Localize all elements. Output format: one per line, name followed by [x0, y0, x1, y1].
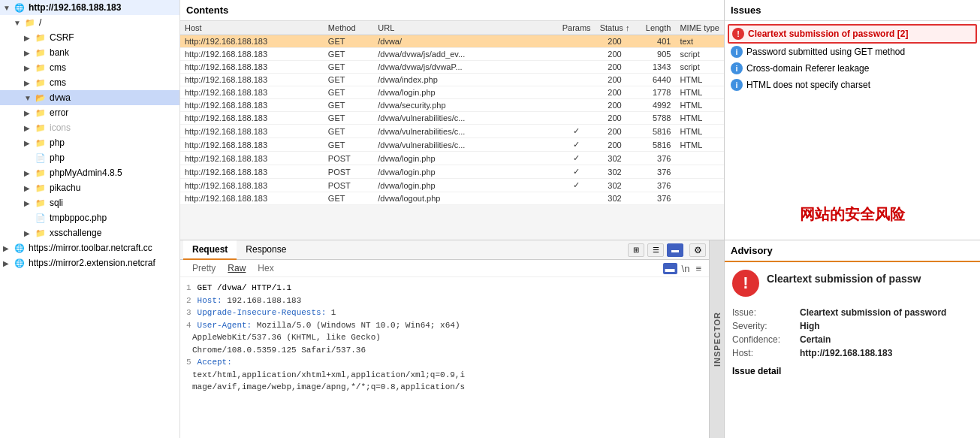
table-row[interactable]: http://192.168.188.183 GET /dvwa/securit…: [180, 99, 724, 112]
table-row[interactable]: http://192.168.188.183 POST /dvwa/login.…: [180, 179, 724, 192]
cell-mime: [675, 192, 724, 205]
contents-tbody: http://192.168.188.183 GET /dvwa/ 200 40…: [180, 35, 724, 205]
sidebar-item-bank[interactable]: ▶ 📁 bank: [0, 45, 179, 60]
sidebar-root-label: http://192.168.188.183: [29, 2, 121, 13]
sidebar-item-phpmyadmin[interactable]: ▶ 📁 phpMyAdmin4.8.5: [0, 165, 179, 180]
sidebar-item-csrf[interactable]: ▶ 📁 CSRF: [0, 30, 179, 45]
cell-length: 4992: [634, 99, 675, 112]
info-icon: i: [731, 62, 743, 74]
req-line-5: 5Accept:: [186, 356, 703, 369]
cell-length: 376: [634, 152, 675, 165]
sidebar-item-external2[interactable]: ▶ 🌐 https://mirror2.extension.netcraf: [0, 255, 179, 270]
expand-arrow: ▶: [24, 169, 35, 177]
cell-url: /dvwa/security.php: [373, 99, 557, 112]
table-row[interactable]: http://192.168.188.183 GET /dvwa/logout.…: [180, 192, 724, 205]
sidebar-item-label: https://mirror.toolbar.netcraft.cc: [29, 243, 152, 253]
settings-gear-button[interactable]: ⚙: [689, 243, 706, 257]
cell-host: http://192.168.188.183: [180, 61, 324, 74]
table-row[interactable]: http://192.168.188.183 GET /dvwa/login.p…: [180, 86, 724, 99]
expand-arrow: ▼: [3, 4, 14, 12]
sidebar-item-xsschallenge[interactable]: ▶ 📁 xsschallenge: [0, 225, 179, 240]
meta-issue-row: Issue: Cleartext submission of password: [732, 307, 972, 318]
cell-mime: script: [675, 48, 724, 61]
line-num: 3: [186, 308, 191, 317]
cell-status: 200: [596, 35, 635, 48]
folder-icon: 📁: [35, 227, 47, 239]
inspector-bar[interactable]: INSPECTOR: [710, 240, 725, 438]
contents-table-wrapper[interactable]: Host Method URL Params Status ↑ Length M…: [180, 21, 724, 240]
cell-status: 302: [596, 165, 635, 179]
cell-url: /dvwa/vulnerabilities/c...: [373, 125, 557, 138]
sidebar-item-error[interactable]: ▶ 📁 error: [0, 105, 179, 120]
table-row[interactable]: http://192.168.188.183 GET /dvwa/vulnera…: [180, 138, 724, 152]
req-line-4: 4User-Agent: Mozilla/5.0 (Windows NT 10.…: [186, 319, 703, 332]
subtab-raw[interactable]: Raw: [222, 261, 252, 275]
sidebar-item-php-folder[interactable]: ▶ 📁 php: [0, 135, 179, 150]
subtab-hex[interactable]: Hex: [252, 261, 279, 275]
cell-url: /dvwa/dvwa/js/add_ev...: [373, 48, 557, 61]
sidebar-item-php-file[interactable]: 📄 php: [0, 150, 179, 165]
subtab-pretty[interactable]: Pretty: [186, 261, 222, 275]
format-icon-menu[interactable]: ≡: [694, 263, 703, 274]
folder-icon: 📁: [35, 47, 47, 59]
table-row[interactable]: http://192.168.188.183 GET /dvwa/ 200 40…: [180, 35, 724, 48]
cell-status: 200: [596, 61, 635, 74]
table-row[interactable]: http://192.168.188.183 GET /dvwa/dvwa/js…: [180, 48, 724, 61]
sidebar-item-tmpbppoc[interactable]: 📄 tmpbppoc.php: [0, 210, 179, 225]
issue-item[interactable]: i HTML does not specify charset: [728, 77, 977, 93]
col-header-mime: MIME type: [675, 21, 724, 35]
sidebar-item-label: dvwa: [50, 92, 71, 103]
table-row[interactable]: http://192.168.188.183 GET /dvwa/index.p…: [180, 74, 724, 86]
sidebar-item-root-slash[interactable]: ▼ 📁 /: [0, 15, 179, 30]
table-row[interactable]: http://192.168.188.183 POST /dvwa/login.…: [180, 165, 724, 179]
cell-host: http://192.168.188.183: [180, 179, 324, 192]
sidebar-item-dvwa[interactable]: ▼ 📂 dvwa: [0, 90, 179, 105]
tab-request[interactable]: Request: [183, 240, 237, 260]
grid-view-icon[interactable]: ⊞: [628, 243, 644, 257]
expand-arrow: ▶: [24, 139, 35, 147]
expand-arrow: ▶: [24, 229, 35, 237]
cell-params: ✓: [558, 152, 596, 165]
sidebar-item-icons[interactable]: ▶ 📁 icons: [0, 120, 179, 135]
meta-host-row: Host: http://192.168.188.183: [732, 348, 972, 358]
sidebar-item-pikachu[interactable]: ▶ 📁 pikachu: [0, 180, 179, 195]
sidebar-item-external1[interactable]: ▶ 🌐 https://mirror.toolbar.netcraft.cc: [0, 240, 179, 255]
request-tabs: Request Response ⊞ ☰ ▬ ⚙: [180, 240, 709, 260]
issue-item[interactable]: i Cross-domain Referer leakage: [728, 60, 977, 77]
cell-length: 401: [634, 35, 675, 48]
sidebar-item-cms1[interactable]: ▶ 📁 cms: [0, 60, 179, 75]
sidebar-item-sqli[interactable]: ▶ 📁 sqli: [0, 195, 179, 210]
req-line-2: 2Host: 192.168.188.183: [186, 295, 703, 307]
cell-method: GET: [324, 48, 373, 61]
advisory-header: ! Cleartext submission of passw: [732, 270, 972, 297]
folder-icon: 📁: [35, 182, 47, 194]
issues-list: ! Cleartext submission of password [2] i…: [725, 21, 980, 189]
issue-item[interactable]: ! Cleartext submission of password [2]: [728, 24, 977, 44]
col-header-url: URL: [373, 21, 557, 35]
sidebar-root-url[interactable]: ▼ 🌐 http://192.168.188.183: [0, 0, 179, 15]
folder-icon: 📁: [35, 137, 47, 149]
header-val: Chrome/108.0.5359.125 Safari/537.36: [192, 346, 366, 355]
tab-response[interactable]: Response: [237, 240, 295, 260]
col-header-params: Params: [558, 21, 596, 35]
folder-icon: 📁: [35, 62, 47, 74]
col-header-status: Status ↑: [596, 21, 635, 35]
table-row[interactable]: http://192.168.188.183 POST /dvwa/login.…: [180, 152, 724, 165]
table-row[interactable]: http://192.168.188.183 GET /dvwa/vulnera…: [180, 112, 724, 125]
meta-host-label: Host:: [732, 348, 800, 358]
list-view-icon[interactable]: ☰: [647, 243, 664, 257]
cell-length: 6440: [634, 74, 675, 86]
issue-item[interactable]: i Password submitted using GET method: [728, 44, 977, 60]
advisory-meta: Issue: Cleartext submission of password …: [732, 307, 972, 358]
table-row[interactable]: http://192.168.188.183 GET /dvwa/dvwa/js…: [180, 61, 724, 74]
format-icon-block[interactable]: ▬: [663, 263, 677, 274]
code-view-icon[interactable]: ▬: [667, 243, 683, 257]
meta-severity-label: Severity:: [732, 321, 800, 331]
cell-params: [558, 86, 596, 99]
table-row[interactable]: http://192.168.188.183 GET /dvwa/vulnera…: [180, 125, 724, 138]
issue-label: Password submitted using GET method: [746, 47, 905, 57]
error-icon: !: [732, 28, 744, 40]
format-icon-backslash[interactable]: \n: [680, 263, 692, 274]
line-num: 4: [186, 321, 191, 330]
sidebar-item-cms2[interactable]: ▶ 📁 cms: [0, 75, 179, 90]
